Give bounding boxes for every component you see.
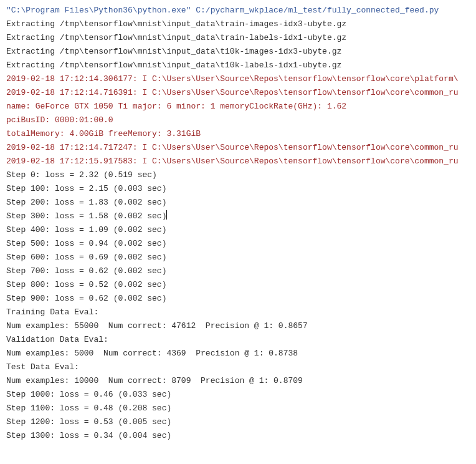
stderr-line: totalMemory: 4.00GiB freeMemory: 3.31GiB [6, 127, 470, 141]
stderr-line: pciBusID: 0000:01:00.0 [6, 114, 470, 127]
step-line: Step 1000: loss = 0.46 (0.033 sec) [6, 388, 470, 402]
step-line: Step 200: loss = 1.83 (0.002 sec) [6, 196, 470, 210]
stderr-line: 2019-02-18 17:12:15.917583: I C:\Users\U… [6, 155, 470, 168]
stderr-line: 2019-02-18 17:12:14.717247: I C:\Users\U… [6, 141, 470, 155]
stderr-line: 2019-02-18 17:12:14.716391: I C:\Users\U… [6, 86, 470, 100]
step-line: Step 1200: loss = 0.53 (0.005 sec) [6, 415, 470, 429]
step-line: Step 600: loss = 0.69 (0.002 sec) [6, 251, 470, 264]
step-line: Step 1300: loss = 0.34 (0.004 sec) [6, 429, 470, 443]
step-line: Step 900: loss = 0.62 (0.002 sec) [6, 292, 470, 306]
step-text: Step 300: loss = 1.58 (0.002 sec) [6, 211, 166, 221]
command-line: "C:\Program Files\Python36\python.exe" C… [6, 4, 470, 17]
step-line: Step 1100: loss = 0.48 (0.208 sec) [6, 402, 470, 415]
step-line: Step 400: loss = 1.09 (0.002 sec) [6, 223, 470, 237]
step-line: Step 0: loss = 2.32 (0.519 sec) [6, 168, 470, 182]
step-line: Step 700: loss = 0.62 (0.002 sec) [6, 264, 470, 278]
extracting-line: Extracting /tmp\tensorflow\mnist\input_d… [6, 17, 470, 31]
eval-line: Training Data Eval: [6, 306, 470, 319]
eval-line: Num examples: 5000 Num correct: 4369 Pre… [6, 347, 470, 360]
eval-line: Validation Data Eval: [6, 333, 470, 347]
extracting-line: Extracting /tmp\tensorflow\mnist\input_d… [6, 31, 470, 45]
eval-line: Test Data Eval: [6, 360, 470, 374]
step-line: Step 500: loss = 0.94 (0.002 sec) [6, 237, 470, 251]
stderr-line: name: GeForce GTX 1050 Ti major: 6 minor… [6, 100, 470, 114]
eval-line: Num examples: 10000 Num correct: 8709 Pr… [6, 374, 470, 388]
extracting-line: Extracting /tmp\tensorflow\mnist\input_d… [6, 45, 470, 59]
extracting-line: Extracting /tmp\tensorflow\mnist\input_d… [6, 59, 470, 72]
console-output[interactable]: "C:\Program Files\Python36\python.exe" C… [0, 0, 476, 447]
stderr-line: 2019-02-18 17:12:14.306177: I C:\Users\U… [6, 72, 470, 86]
step-line: Step 300: loss = 1.58 (0.002 sec) [6, 210, 470, 223]
step-line: Step 800: loss = 0.52 (0.002 sec) [6, 278, 470, 292]
text-cursor [166, 210, 167, 220]
eval-line: Num examples: 55000 Num correct: 47612 P… [6, 319, 470, 333]
step-line: Step 100: loss = 2.15 (0.003 sec) [6, 182, 470, 196]
